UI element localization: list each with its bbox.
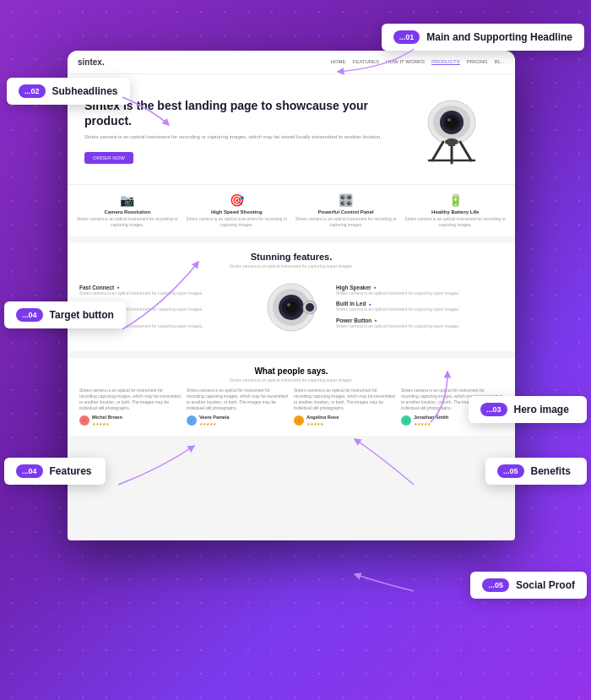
avatar-1: M — [79, 415, 89, 426]
testimonial-2: Sintex camera is an optical for instrume… — [187, 388, 289, 427]
testimonial-text-1: Sintex camera is an optical for instrume… — [79, 388, 182, 411]
benefits-title: Stunning features. — [79, 252, 503, 262]
social-subtitle: Sintex camera is an optical instrument f… — [79, 377, 503, 383]
laptop-screen: sintex. HOME FEATURES HOW IT WORKS PRODU… — [68, 51, 515, 540]
benefit-speaker: High Speaker Sintex camera is an optical… — [336, 285, 503, 296]
benefit-name-power: Power Button — [336, 317, 503, 323]
ann03-label: Hero image — [514, 404, 569, 415]
benefits-right: High Speaker Sintex camera is an optical… — [336, 285, 503, 334]
ann03-number: ...03 — [480, 403, 507, 416]
ann02-number: ...02 — [19, 84, 46, 98]
author-name-4: Jonathan Smith — [414, 415, 448, 421]
hero-subtext: Sintex camera is an optical instrument f… — [84, 133, 397, 141]
testimonial-text-3: Sintex camera is an optical for instrume… — [294, 388, 396, 411]
feature-desc-resolution: Sintex camera is an optical instrument f… — [76, 216, 179, 228]
feature-title-battery: Healthy Battery Life — [404, 209, 507, 214]
hero-section: Sintex is the best landing page to showc… — [68, 74, 515, 184]
avatar-3: A — [294, 415, 304, 426]
annotation-04b: ...04 Features — [4, 458, 106, 485]
feature-desc-battery: Sintex camera is an optical instrument f… — [404, 216, 507, 228]
stars-4: ★★★★★ — [414, 421, 448, 427]
feature-card-battery: 🔋 Healthy Battery Life Sintex camera is … — [404, 193, 507, 228]
ann05a-number: ...05 — [497, 464, 524, 478]
nav-blog[interactable]: BL... — [495, 59, 505, 65]
hero-cta-button[interactable]: ORDER NOW — [84, 152, 133, 164]
feature-desc-control: Sintex camera is an optical instrument f… — [295, 216, 398, 228]
feature-icon-resolution: 📷 — [76, 193, 179, 207]
stars-1: ★★★★★ — [92, 421, 122, 427]
author-name-2: Veera Pamela — [199, 415, 229, 421]
benefit-name-led: Built In Led — [336, 301, 503, 307]
nav-pricing[interactable]: PRICING — [467, 59, 488, 65]
avatar-4: J — [401, 415, 411, 426]
svg-point-16 — [285, 301, 297, 313]
website-nav: sintex. HOME FEATURES HOW IT WORKS PRODU… — [68, 51, 515, 74]
avatar-2: V — [187, 415, 197, 426]
hero-headline: Sintex is the best landing page to showc… — [84, 98, 397, 128]
social-proof-section: What people says. Sintex camera is an op… — [68, 351, 515, 436]
ann04a-label: Target button — [50, 309, 114, 321]
svg-point-4 — [446, 117, 458, 128]
testimonial-1: Sintex camera is an optical for instrume… — [79, 388, 182, 427]
svg-point-5 — [447, 118, 451, 122]
feature-card-resolution: 📷 Camera Resolution Sintex camera is an … — [76, 193, 179, 228]
nav-howitworks[interactable]: HOW IT WORKS — [386, 59, 425, 65]
author-name-3: Angelina Rose — [306, 415, 339, 421]
stars-2: ★★★★★ — [199, 421, 229, 427]
feature-icon-control: 🎛️ — [295, 193, 398, 207]
feature-title-control: Powerful Control Panel — [295, 209, 398, 214]
testimonial-3: Sintex camera is an optical for instrume… — [294, 388, 396, 427]
annotation-05a: ...05 Benefits — [485, 458, 587, 485]
annotation-01: ...01 Main and Supporting Headline — [382, 24, 584, 51]
ann02-label: Subheadlines — [52, 85, 118, 97]
benefit-desc-power: Sintex camera is an optical instrument f… — [336, 323, 503, 329]
site-logo: sintex. — [78, 57, 105, 67]
svg-rect-11 — [448, 142, 455, 146]
feature-icon-battery: 🔋 — [404, 193, 507, 207]
svg-line-8 — [460, 142, 471, 160]
benefits-camera-image — [253, 275, 329, 343]
benefit-fast-connect: Fast Connect Sintex camera is an optical… — [79, 285, 247, 296]
ann01-label: Main and Supporting Headline — [426, 31, 572, 43]
hero-text: Sintex is the best landing page to showc… — [84, 98, 397, 164]
testimonial-author-2: V Veera Pamela ★★★★★ — [187, 415, 289, 427]
annotation-04a: ...04 Target button — [4, 301, 126, 328]
hero-camera-image — [405, 93, 490, 169]
nav-features[interactable]: FEATURES — [353, 59, 380, 65]
benefit-desc-speaker: Sintex camera is an optical instrument f… — [336, 290, 503, 296]
feature-title-resolution: Camera Resolution — [76, 209, 179, 214]
testimonial-author-3: A Angelina Rose ★★★★★ — [294, 415, 396, 427]
social-title: What people says. — [79, 366, 503, 376]
laptop-frame: sintex. HOME FEATURES HOW IT WORKS PRODU… — [68, 51, 515, 540]
nav-home[interactable]: HOME — [331, 59, 346, 65]
benefits-section: Stunning features. Sintex camera is an o… — [68, 236, 515, 351]
nav-products[interactable]: PRODUCTS — [431, 59, 460, 65]
ann05a-label: Benefits — [531, 465, 571, 477]
benefit-name-speaker: High Speaker — [336, 285, 503, 290]
ann04b-number: ...04 — [16, 464, 43, 478]
stars-3: ★★★★★ — [306, 421, 339, 427]
features-row: 📷 Camera Resolution Sintex camera is an … — [68, 184, 515, 236]
svg-point-19 — [306, 303, 314, 312]
nav-links: HOME FEATURES HOW IT WORKS PRODUCTS PRIC… — [331, 59, 505, 65]
testimonial-text-2: Sintex camera is an optical for instrume… — [187, 388, 289, 411]
author-name-1: Michel Brown — [92, 415, 122, 421]
benefit-led: Built In Led Sintex camera is an optical… — [336, 301, 503, 312]
benefit-desc-fast-connect: Sintex camera is an optical instrument f… — [79, 290, 247, 296]
ann05b-label: Social Proof — [516, 579, 575, 591]
testimonial-author-1: M Michel Brown ★★★★★ — [79, 415, 182, 427]
ann05b-number: ...05 — [482, 578, 509, 592]
ann01-number: ...01 — [393, 30, 420, 44]
benefit-name-fast-connect: Fast Connect — [79, 285, 247, 290]
feature-title-speed: High Speed Shooting — [186, 209, 289, 214]
benefit-desc-led: Sintex camera is an optical instrument f… — [336, 307, 503, 312]
svg-line-6 — [432, 142, 443, 160]
benefits-body: Fast Connect Sintex camera is an optical… — [79, 275, 503, 343]
annotation-02: ...02 Subheadlines — [7, 78, 130, 105]
feature-desc-speed: Sintex camera is an optical instrument f… — [186, 216, 289, 228]
hero-image-area — [397, 93, 498, 169]
feature-card-speed: 🎯 High Speed Shooting Sintex camera is a… — [186, 193, 289, 228]
ann04b-label: Features — [50, 465, 92, 477]
testimonials-list: Sintex camera is an optical for instrume… — [79, 388, 503, 427]
benefit-power: Power Button Sintex camera is an optical… — [336, 317, 503, 329]
